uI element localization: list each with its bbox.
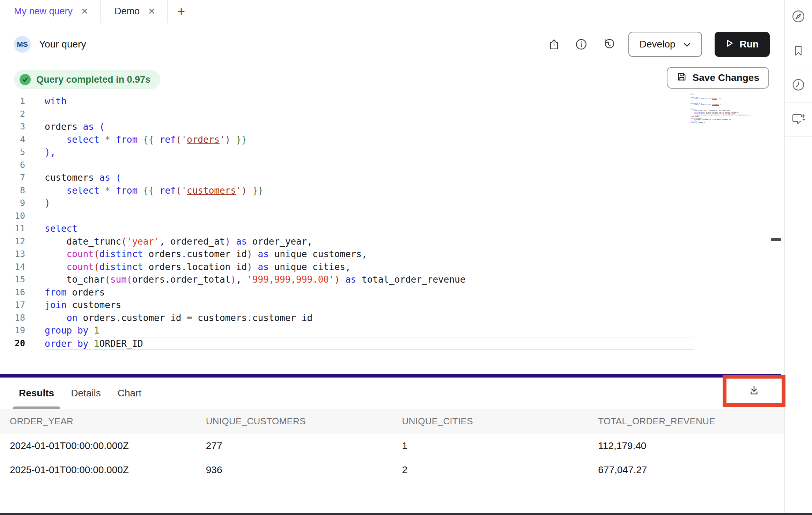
- panel-tab-results[interactable]: Results: [19, 378, 54, 409]
- code-line-text: with: [45, 95, 694, 108]
- line-number: 6: [0, 159, 25, 172]
- indent-guide: [47, 274, 47, 285]
- new-tab-button[interactable]: +: [168, 0, 195, 23]
- line-number: 10: [0, 210, 25, 223]
- code-line-2: 2: [0, 108, 784, 121]
- column-header-total_order_revenue: TOTAL_ORDER_REVENUE: [588, 416, 784, 427]
- line-number: 5: [0, 146, 25, 159]
- query-status-badge: Query completed in 0.97s: [14, 70, 160, 89]
- editor-right-gutter: [771, 94, 781, 374]
- line-number: 1: [0, 95, 25, 108]
- run-button[interactable]: Run: [715, 32, 770, 57]
- results-table-header: ORDER_YEARUNIQUE_CUSTOMERSUNIQUE_CITIEST…: [0, 409, 784, 434]
- code-line-text: to_char(sum(orders.order_total), '999,99…: [45, 273, 694, 286]
- query-tab-bar: My new query✕Demo✕ +: [0, 0, 784, 23]
- code-line-text: on orders.customer_id = customers.custom…: [45, 312, 694, 324]
- code-line-text: customers as (: [45, 171, 694, 184]
- avatar: MS: [14, 36, 31, 53]
- history-icon[interactable]: [601, 37, 616, 52]
- panel-tab-details[interactable]: Details: [71, 378, 101, 409]
- tab-label: My new query: [14, 6, 73, 17]
- line-number: 13: [0, 248, 25, 261]
- code-line-1: 1with: [0, 95, 784, 108]
- code-line-text: [45, 159, 694, 172]
- tab-label: Demo: [115, 6, 140, 17]
- code-line-10: 10: [0, 210, 784, 223]
- table-cell: 2024-01-01T00:00:00.000Z: [0, 440, 196, 451]
- code-line-13: 13 count(distinct orders.customer_id) as…: [0, 248, 784, 261]
- header-actions: Develop Run: [547, 32, 770, 57]
- code-line-18: 18 on orders.customer_id = customers.cus…: [0, 312, 784, 324]
- tab-demo[interactable]: Demo✕: [101, 0, 168, 23]
- line-number: 15: [0, 273, 25, 286]
- table-row: 2024-01-01T00:00:00.000Z2771112,179.40: [0, 434, 784, 458]
- develop-label: Develop: [640, 39, 676, 50]
- panel-tab-chart[interactable]: Chart: [118, 378, 141, 409]
- results-panel-divider[interactable]: [0, 374, 781, 378]
- table-cell: 936: [196, 464, 392, 476]
- code-line-8: 8 select * from {{ ref('customers') }}: [0, 184, 784, 197]
- line-number: 3: [0, 120, 25, 133]
- header-icon-buttons: [547, 37, 616, 52]
- code-line-text: select * from {{ ref('customers') }}: [45, 184, 694, 197]
- sidebar-clock-button[interactable]: [785, 68, 812, 103]
- annotation-highlight-box: [723, 375, 785, 407]
- close-icon[interactable]: ✕: [148, 7, 155, 16]
- sidebar-bookmark-button[interactable]: [785, 34, 812, 68]
- line-number: 12: [0, 235, 25, 248]
- chevron-down-icon: [683, 39, 691, 50]
- table-cell: 2025-01-01T00:00:00.000Z: [0, 464, 196, 476]
- sidebar-ai-chat-button[interactable]: [785, 103, 812, 137]
- develop-dropdown[interactable]: Develop: [628, 32, 702, 57]
- code-line-20: order by 1ORDER_ID: [691, 122, 751, 124]
- save-changes-label: Save Changes: [693, 72, 759, 83]
- table-row: 2025-01-01T00:00:00.000Z9362677,047.27: [0, 458, 784, 482]
- code-line-text: from orders: [45, 286, 694, 299]
- code-line-19: 19group by 1: [0, 324, 784, 337]
- column-header-order_year: ORDER_YEAR: [0, 416, 196, 427]
- check-icon: [20, 74, 31, 85]
- line-number: 2: [0, 108, 25, 121]
- code-line-4: 4 select * from {{ ref('orders') }}: [0, 133, 784, 146]
- table-cell: 2: [392, 464, 589, 476]
- ai-chat-icon: [790, 112, 806, 128]
- line-number: 16: [0, 286, 25, 299]
- line-number: 20: [0, 337, 25, 350]
- code-line-text: count(distinct orders.location_id) as un…: [45, 261, 694, 274]
- share-icon[interactable]: [547, 37, 561, 52]
- line-number: 9: [0, 197, 25, 210]
- run-label: Run: [740, 39, 759, 50]
- query-status-text: Query completed in 0.97s: [36, 74, 150, 85]
- line-number: 18: [0, 312, 25, 324]
- code-line-12: 12 date_trunc('year', ordered_at) as ord…: [0, 235, 784, 248]
- info-icon[interactable]: [574, 37, 589, 52]
- tabs-container: My new query✕Demo✕: [0, 0, 168, 23]
- indent-guide: [47, 313, 47, 323]
- code-line-text: order by 1ORDER_ID: [45, 337, 694, 350]
- code-line-text: count(distinct orders.customer_id) as un…: [45, 248, 694, 261]
- compass-icon: [791, 9, 806, 25]
- line-number: 7: [0, 171, 25, 184]
- code-line-text: join customers: [45, 299, 694, 312]
- download-icon: [747, 384, 761, 398]
- indent-guide: [47, 236, 47, 247]
- download-results-button[interactable]: [744, 380, 765, 401]
- sidebar-compass-button[interactable]: [785, 0, 812, 34]
- panel-resize-handle[interactable]: [771, 238, 781, 241]
- editor-minimap[interactable]: withorders as ( select * from {{ ref('or…: [691, 94, 751, 126]
- code-line-text: order by 1ORDER_ID: [691, 122, 751, 124]
- indent-guide: [47, 249, 47, 260]
- indent-guide: [47, 262, 47, 273]
- code-line-14: 14 count(distinct orders.location_id) as…: [0, 261, 784, 274]
- tab-my-new-query[interactable]: My new query✕: [0, 0, 101, 23]
- save-changes-button[interactable]: Save Changes: [667, 67, 769, 89]
- bookmark-icon: [791, 43, 805, 59]
- code-line-text: date_trunc('year', ordered_at) as order_…: [45, 235, 694, 248]
- sql-editor-pane: Query completed in 0.97s Save Changes 1w…: [0, 66, 784, 374]
- code-line-6: 6: [0, 159, 784, 172]
- close-icon[interactable]: ✕: [81, 7, 88, 16]
- column-header-unique_cities: UNIQUE_CITIES: [392, 416, 589, 427]
- sql-code-editor[interactable]: 1with23orders as (4 select * from {{ ref…: [0, 95, 784, 350]
- floppy-disk-icon: [677, 72, 687, 84]
- code-line-text: group by 1: [45, 324, 694, 337]
